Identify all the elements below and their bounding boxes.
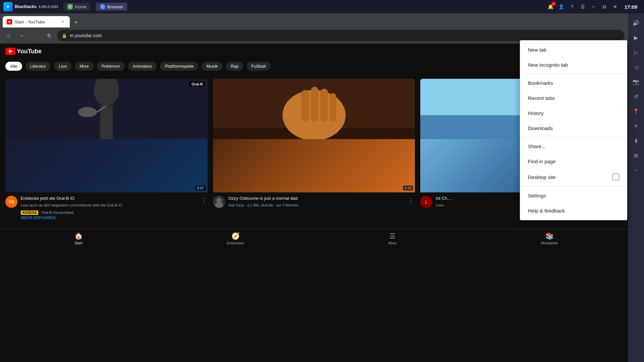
chip-rap[interactable]: Rap — [226, 62, 243, 71]
video-thumb-1: Oral-B 0:07 — [5, 79, 208, 192]
bottom-nav-start[interactable]: 🏠 Start — [0, 232, 157, 245]
sidebar-volume-icon[interactable]: 🔊 — [629, 16, 643, 29]
menu-divider-2 — [520, 137, 627, 137]
chip-alle[interactable]: Alle — [5, 62, 22, 71]
video-title-2: Ozzy Osbourne is just a normal dad — [228, 196, 404, 201]
mediathek-nav-icon: 📚 — [545, 232, 554, 240]
video-info-1: OB Entdecke jetzt die Oral-B iO Lass auc… — [5, 192, 208, 224]
sidebar-arrow-right-icon[interactable]: ▷ — [629, 46, 643, 59]
bluestacks-logo-text: BlueStacks — [15, 4, 37, 9]
menu-settings[interactable]: Settings — [520, 188, 627, 203]
menu-divider-1 — [520, 74, 627, 74]
address-bar[interactable]: 🔒 m.youtube.com — [57, 30, 625, 41]
new-tab-button[interactable]: + — [71, 17, 81, 27]
help-btn[interactable]: ? — [568, 3, 576, 11]
bottom-nav: 🏠 Start 🧭 Entdecken ☰ Abos 📚 Mediathek — [0, 229, 628, 246]
chip-live[interactable]: Live — [54, 62, 71, 71]
svg-rect-4 — [100, 106, 113, 139]
sidebar-lines-icon[interactable]: ≡ — [629, 119, 643, 133]
mediathek-nav-label: Mediathek — [541, 241, 558, 245]
video-description-1: Lass auch du dich begeistern und entdeck… — [21, 203, 196, 208]
forward-nav-btn[interactable]: → — [30, 30, 41, 41]
sidebar-download-icon[interactable]: ⬇ — [629, 134, 643, 147]
chip-literatur[interactable]: Literatur — [25, 62, 51, 71]
channel-avatar-3: L — [420, 196, 432, 208]
menu-downloads[interactable]: Downloads — [520, 121, 627, 136]
sidebar-rotate-icon[interactable]: ↺ — [629, 90, 643, 103]
system-time: 17:09 — [625, 4, 637, 10]
menu-find-in-page[interactable]: Find in page — [520, 154, 627, 169]
menu-help-feedback[interactable]: Help & feedback — [520, 203, 627, 218]
yt-logo-icon — [5, 48, 15, 55]
bluestacks-logo-icon: B — [3, 2, 13, 11]
youtube-logo: YouTube — [5, 48, 42, 55]
video-card-2[interactable]: 0:20 Ozzy Osbourne is just a normal dad … — [213, 79, 415, 224]
menu-share[interactable]: Share... — [520, 139, 627, 154]
sidebar-settings-icon[interactable]: ⚙ — [629, 149, 643, 162]
bottom-nav-abos[interactable]: ☰ Abos — [314, 232, 471, 245]
chip-mixe[interactable]: Mixe — [75, 62, 93, 71]
menu-desktop-label: Desktop site — [528, 174, 612, 180]
chip-musik[interactable]: Musik — [202, 62, 222, 71]
browser-tab-icon: C — [100, 4, 105, 9]
chip-animation[interactable]: Animation — [128, 62, 157, 71]
menu-divider-3 — [520, 186, 627, 187]
svg-rect-12 — [320, 89, 328, 122]
menu-desktop-site[interactable]: Desktop site — [520, 169, 627, 185]
video-duration-1: 0:07 — [196, 186, 205, 190]
back-nav-btn[interactable]: ← — [17, 30, 28, 41]
bluestacks-topbar: B BlueStacks 4.280.0.1004 H Home C Brows… — [0, 0, 644, 13]
tab-close-btn[interactable]: × — [60, 19, 66, 25]
chip-fussball[interactable]: Fußball — [247, 62, 270, 71]
sidebar-camera-icon[interactable]: 📷 — [629, 75, 643, 88]
menu-recent-tabs[interactable]: Recent tabs — [520, 90, 627, 106]
notification-btn[interactable]: 🔔 9+ — [547, 3, 555, 11]
menu-new-tab-label: New tab — [528, 47, 619, 53]
yt-play-triangle — [9, 49, 12, 53]
menu-history-label: History — [528, 110, 619, 116]
video-more-btn-1[interactable]: ⋮ — [200, 196, 208, 205]
bottom-nav-mediathek[interactable]: 📚 Mediathek — [471, 232, 628, 245]
menu-history[interactable]: History — [520, 106, 627, 121]
account-btn[interactable]: 👤 — [557, 3, 566, 11]
active-browser-tab[interactable]: Start - YouTube × — [3, 16, 70, 27]
sidebar-location-icon[interactable]: 📍 — [629, 105, 643, 118]
menu-bookmarks-label: Bookmarks — [528, 80, 619, 86]
sidebar-back-icon[interactable]: ← — [629, 164, 643, 177]
minimize-btn[interactable]: ─ — [590, 3, 598, 11]
restore-btn[interactable]: ⧉ — [600, 3, 608, 11]
notification-badge: 9+ — [551, 1, 556, 6]
home-tab[interactable]: H Home — [63, 3, 91, 11]
tab-bar: Start - YouTube × + — [0, 13, 628, 27]
browser-tab-taskbar[interactable]: C Browser — [96, 3, 127, 11]
url-text: m.youtube.com — [70, 33, 620, 38]
home-tab-icon: H — [67, 4, 73, 9]
lock-icon: 🔒 — [62, 33, 67, 38]
chip-pokemon[interactable]: Pokémon — [97, 62, 125, 71]
bottom-nav-entdecken[interactable]: 🧭 Entdecken — [157, 232, 314, 245]
ad-label-1: ANZEIGE — [21, 210, 38, 215]
refresh-nav-btn[interactable]: ↻ — [44, 30, 54, 41]
video-more-btn-2[interactable]: ⋮ — [407, 196, 415, 205]
menu-btn[interactable]: ☰ — [579, 3, 587, 11]
close-btn[interactable]: ✕ — [611, 3, 619, 11]
svg-point-15 — [216, 198, 222, 203]
video-badge-1: Oral-B — [190, 81, 205, 87]
home-nav-btn[interactable]: ⌂ — [3, 30, 14, 41]
start-nav-label: Start — [74, 241, 82, 245]
sidebar-arrow-left-icon[interactable]: ◁ — [629, 60, 643, 74]
cta-link-1[interactable]: MEHR ERFAHREN — [21, 216, 196, 220]
menu-share-label: Share... — [528, 143, 619, 149]
sidebar-yt-icon[interactable]: ▶ — [629, 31, 643, 44]
desktop-site-checkbox[interactable] — [612, 174, 619, 180]
bluestacks-version: 4.280.0.1004 — [39, 5, 58, 9]
channel-avatar-2 — [213, 196, 225, 208]
menu-bookmarks[interactable]: Bookmarks — [520, 75, 627, 90]
video-card-1[interactable]: Oral-B 0:07 OB Entdecke jetzt die Oral-B… — [5, 79, 208, 224]
menu-new-incognito-tab[interactable]: New incognito tab — [520, 57, 627, 72]
video-thumb-2: 0:20 — [213, 79, 415, 192]
chip-plattformspiele[interactable]: Plattformspiele — [160, 62, 198, 71]
video-text-1: Entdecke jetzt die Oral-B iO Lass auch d… — [21, 196, 196, 220]
menu-help-label: Help & feedback — [528, 208, 619, 214]
menu-new-tab[interactable]: New tab — [520, 42, 627, 57]
